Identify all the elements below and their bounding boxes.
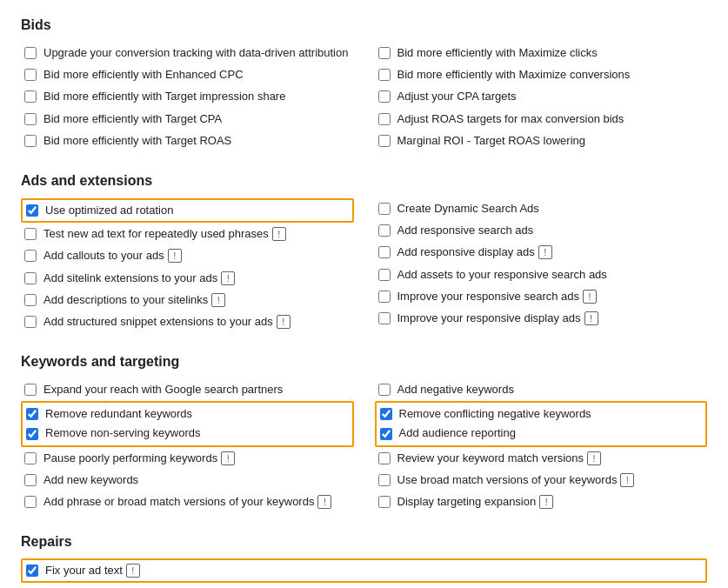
checkbox-b2[interactable] — [24, 69, 37, 81]
check-row: Improve your responsive search ads! — [375, 286, 708, 307]
check-row: Bid more efficiently with Enhanced CPC — [21, 64, 354, 85]
check-row: Use broad match versions of your keyword… — [375, 470, 708, 491]
checkbox-a1[interactable] — [26, 204, 38, 217]
label-a10[interactable]: Add assets to your responsive search ads — [397, 267, 607, 283]
checkbox-k4[interactable] — [24, 452, 37, 464]
check-row: Review your keyword match versions! — [375, 448, 708, 469]
checkbox-r1[interactable] — [26, 565, 38, 577]
label-a11[interactable]: Improve your responsive search ads — [397, 289, 580, 304]
label-k4[interactable]: Pause poorly performing keywords — [43, 451, 217, 466]
checkbox-b10[interactable] — [378, 135, 391, 147]
label-a6[interactable]: Add structured snippet extensions to you… — [43, 314, 273, 330]
label-k10[interactable]: Review your keyword match versions — [397, 451, 584, 466]
label-a5[interactable]: Add descriptions to your sitelinks — [43, 292, 208, 308]
info-icon[interactable]: ! — [539, 495, 553, 509]
check-row: Use optimized ad rotation — [21, 198, 354, 223]
checkbox-b3[interactable] — [24, 90, 37, 103]
info-icon[interactable]: ! — [221, 271, 235, 285]
checkbox-b6[interactable] — [378, 47, 391, 59]
checkbox-b5[interactable] — [24, 135, 37, 147]
info-icon[interactable]: ! — [584, 311, 598, 325]
label-k1[interactable]: Expand your reach with Google search par… — [43, 382, 283, 398]
label-k6[interactable]: Add phrase or broad match versions of yo… — [43, 494, 314, 510]
checkbox-a4[interactable] — [24, 272, 37, 284]
checkbox-k10[interactable] — [378, 452, 391, 464]
checkbox-k2[interactable] — [26, 408, 38, 420]
label-k11[interactable]: Use broad match versions of your keyword… — [397, 472, 618, 488]
info-icon[interactable]: ! — [211, 293, 225, 307]
label-b2[interactable]: Bid more efficiently with Enhanced CPC — [43, 67, 244, 83]
checkbox-a5[interactable] — [24, 294, 37, 306]
label-b7[interactable]: Bid more efficiently with Maximize conve… — [397, 67, 631, 83]
checkbox-k11[interactable] — [378, 474, 391, 486]
check-row: Fix your ad text! — [21, 558, 707, 583]
label-a1[interactable]: Use optimized ad rotation — [45, 203, 173, 218]
check-row: Adjust your CPA targets — [375, 86, 708, 107]
checkbox-a8[interactable] — [378, 224, 391, 237]
label-k8[interactable]: Remove conflicting negative keywords — [399, 406, 591, 422]
label-a2[interactable]: Test new ad text for repeatedly used phr… — [43, 226, 269, 242]
checkbox-k1[interactable] — [24, 384, 37, 396]
check-row: Add assets to your responsive search ads — [375, 264, 708, 285]
checkbox-k9[interactable] — [380, 428, 392, 440]
label-a3[interactable]: Add callouts to your ads — [43, 248, 164, 264]
check-row: Add responsive display ads! — [375, 242, 708, 263]
checkbox-k5[interactable] — [24, 474, 37, 486]
checkbox-a10[interactable] — [378, 269, 391, 281]
check-row: Add audience reporting — [380, 424, 703, 443]
checkbox-a11[interactable] — [378, 291, 391, 303]
info-icon[interactable]: ! — [587, 451, 601, 465]
checkbox-a9[interactable] — [378, 246, 391, 258]
label-b9[interactable]: Adjust ROAS targets for max conversion b… — [397, 111, 624, 127]
label-k9[interactable]: Add audience reporting — [399, 425, 516, 441]
checkbox-b8[interactable] — [378, 90, 391, 103]
checkbox-b1[interactable] — [24, 47, 37, 59]
checkbox-a7[interactable] — [378, 203, 391, 215]
label-r1[interactable]: Fix your ad text — [45, 563, 123, 578]
label-a9[interactable]: Add responsive display ads — [397, 244, 535, 260]
info-icon[interactable]: ! — [168, 249, 182, 263]
label-b3[interactable]: Bid more efficiently with Target impress… — [43, 89, 285, 104]
label-b1[interactable]: Upgrade your conversion tracking with da… — [43, 45, 348, 61]
label-a8[interactable]: Add responsive search ads — [397, 223, 534, 238]
label-k12[interactable]: Display targeting expansion — [397, 494, 537, 510]
checkbox-a12[interactable] — [378, 312, 391, 324]
label-b4[interactable]: Bid more efficiently with Target CPA — [43, 111, 222, 127]
info-icon[interactable]: ! — [583, 290, 597, 304]
checkbox-a2[interactable] — [24, 228, 37, 240]
label-k5[interactable]: Add new keywords — [43, 472, 138, 488]
info-icon[interactable]: ! — [317, 495, 331, 509]
label-k7[interactable]: Add negative keywords — [397, 382, 514, 398]
check-row: Pause poorly performing keywords! — [21, 448, 354, 469]
info-icon[interactable]: ! — [221, 451, 235, 465]
check-row: Bid more efficiently with Maximize click… — [375, 43, 708, 63]
info-icon[interactable]: ! — [272, 227, 286, 241]
bids-title: Bids — [21, 17, 707, 33]
checkbox-k12[interactable] — [378, 496, 391, 508]
checkbox-b4[interactable] — [24, 113, 37, 125]
checkbox-k8[interactable] — [380, 408, 392, 420]
check-row: Expand your reach with Google search par… — [21, 379, 354, 400]
label-b10[interactable]: Marginal ROI - Target ROAS lowering — [397, 133, 586, 149]
label-b8[interactable]: Adjust your CPA targets — [397, 89, 517, 104]
label-a12[interactable]: Improve your responsive display ads — [397, 311, 581, 326]
checkbox-k3[interactable] — [26, 428, 38, 440]
info-icon[interactable]: ! — [620, 473, 634, 487]
checkbox-k6[interactable] — [24, 496, 37, 508]
label-a4[interactable]: Add sitelink extensions to your ads — [43, 271, 217, 286]
info-icon[interactable]: ! — [538, 245, 552, 259]
checkbox-b9[interactable] — [378, 113, 391, 125]
label-b6[interactable]: Bid more efficiently with Maximize click… — [397, 45, 598, 61]
checkbox-b7[interactable] — [378, 69, 391, 81]
label-b5[interactable]: Bid more efficiently with Target ROAS — [43, 133, 231, 149]
info-icon[interactable]: ! — [277, 315, 291, 329]
checkbox-a3[interactable] — [24, 250, 37, 262]
check-row: Create Dynamic Search Ads — [375, 198, 708, 219]
checkbox-a6[interactable] — [24, 316, 37, 328]
info-icon[interactable]: ! — [126, 564, 140, 578]
label-k3[interactable]: Remove non-serving keywords — [45, 425, 200, 441]
ads-right: Create Dynamic Search AdsAdd responsive … — [375, 197, 708, 333]
checkbox-k7[interactable] — [378, 384, 391, 396]
label-k2[interactable]: Remove redundant keywords — [45, 406, 192, 422]
label-a7[interactable]: Create Dynamic Search Ads — [397, 201, 539, 217]
